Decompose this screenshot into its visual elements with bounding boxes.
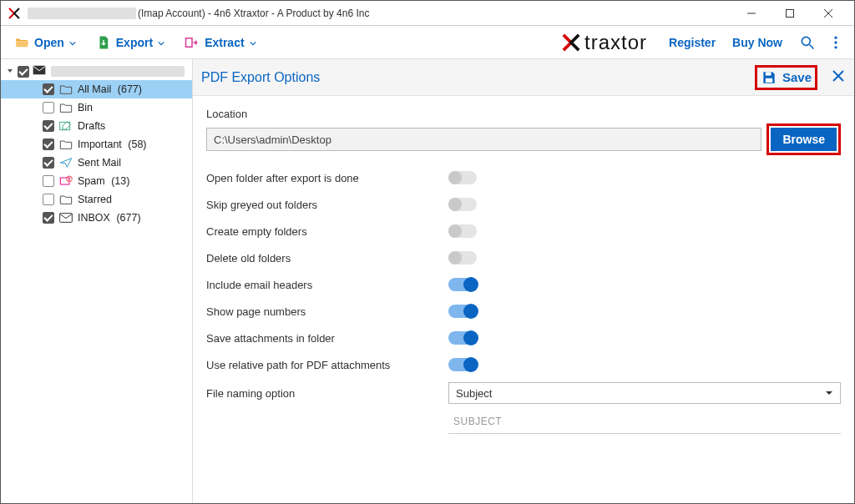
folder-checkbox[interactable]	[43, 175, 54, 187]
file-naming-preview: SUBJECT	[448, 412, 841, 434]
folder-checkbox[interactable]	[43, 102, 54, 113]
folder-checkbox[interactable]	[43, 194, 54, 205]
draft-icon	[59, 119, 73, 133]
open-label: Open	[34, 36, 64, 49]
option-toggle[interactable]	[448, 331, 477, 345]
location-input[interactable]	[206, 128, 761, 151]
brand-x-icon	[561, 33, 581, 52]
root-checkbox[interactable]	[18, 66, 29, 78]
inbox-icon	[59, 211, 73, 224]
save-label: Save	[782, 70, 812, 84]
save-highlight-box: Save	[755, 65, 817, 90]
app-logo-icon	[8, 7, 21, 20]
buy-now-link[interactable]: Buy Now	[732, 36, 782, 49]
folder-row[interactable]: Spam (13)	[1, 172, 192, 190]
svg-line-6	[810, 44, 814, 48]
save-button[interactable]: Save	[761, 69, 812, 86]
window-maximize-button[interactable]	[771, 1, 809, 26]
option-toggle[interactable]	[448, 251, 477, 265]
option-row: Show page numbers	[206, 299, 841, 324]
option-label: Include email headers	[206, 279, 448, 291]
folder-label: Sent Mail	[78, 157, 121, 169]
folder-label: All Mail	[78, 83, 111, 95]
brand-logo: traxtor	[561, 31, 647, 54]
file-naming-select[interactable]: Subject	[448, 382, 841, 404]
option-row: Use relative path for PDF attachments	[206, 352, 841, 377]
svg-point-5	[802, 37, 810, 45]
folder-row[interactable]: Drafts	[1, 117, 192, 135]
option-row: Include email headers	[206, 272, 841, 297]
folder-label: Bin	[78, 102, 93, 113]
option-toggle[interactable]	[448, 198, 477, 211]
option-toggle[interactable]	[448, 224, 477, 238]
option-row: Create empty folders	[206, 219, 841, 244]
browse-button[interactable]: Browse	[771, 128, 837, 151]
window-minimize-button[interactable]	[732, 1, 771, 26]
folder-row[interactable]: Bin	[1, 98, 192, 117]
browse-highlight-box: Browse	[766, 123, 841, 155]
folder-checkbox[interactable]	[43, 120, 54, 132]
panel-title: PDF Export Options	[201, 70, 320, 85]
folder-row[interactable]: All Mail (677)	[1, 80, 192, 98]
svg-rect-15	[60, 214, 73, 223]
folder-checkbox[interactable]	[43, 139, 54, 150]
search-icon	[799, 34, 816, 51]
panel-header: PDF Export Options Save	[193, 59, 854, 96]
caret-down-icon	[158, 36, 164, 49]
option-toggle[interactable]	[448, 171, 477, 184]
export-menu-button[interactable]: Export	[89, 32, 171, 53]
folder-count: (677)	[114, 83, 142, 95]
more-options-button[interactable]	[824, 31, 847, 54]
folder-label: Important	[78, 139, 122, 150]
folder-row[interactable]: Sent Mail	[1, 154, 192, 172]
register-link[interactable]: Register	[669, 36, 716, 49]
extract-menu-button[interactable]: Extract	[178, 32, 262, 53]
file-naming-value: Subject	[456, 387, 492, 400]
folder-count: (58)	[125, 139, 147, 150]
spam-icon	[59, 174, 73, 188]
location-label: Location	[206, 108, 841, 120]
open-menu-button[interactable]: Open	[8, 32, 83, 53]
kebab-icon	[827, 34, 844, 51]
panel-close-button[interactable]	[831, 68, 846, 86]
sent-icon	[59, 156, 73, 169]
option-label: Open folder after export is done	[206, 172, 448, 184]
option-toggle[interactable]	[448, 305, 477, 318]
folder-row[interactable]: INBOX (677)	[1, 209, 192, 227]
option-row: Save attachments in folder	[206, 325, 841, 350]
svg-rect-10	[33, 66, 46, 75]
envelope-icon	[33, 64, 46, 78]
svg-rect-17	[766, 78, 772, 82]
option-toggle[interactable]	[448, 358, 477, 371]
folder-checkbox[interactable]	[43, 212, 54, 224]
search-button[interactable]	[796, 31, 819, 54]
collapse-icon[interactable]	[6, 65, 14, 78]
svg-rect-16	[766, 72, 772, 75]
option-label: Delete old folders	[206, 252, 448, 265]
option-label: Skip greyed out folders	[206, 199, 448, 211]
folder-open-icon	[14, 35, 29, 50]
folder-count: (677)	[114, 212, 141, 224]
account-name-redacted	[51, 66, 185, 77]
extract-icon	[185, 35, 200, 50]
close-icon	[831, 68, 846, 83]
caret-down-icon	[250, 36, 256, 49]
caret-down-icon	[825, 387, 833, 400]
folder-checkbox[interactable]	[43, 157, 54, 169]
option-toggle[interactable]	[448, 278, 477, 291]
folder-row[interactable]: Important (58)	[1, 135, 192, 154]
svg-point-9	[834, 46, 837, 48]
folder-label: INBOX	[78, 212, 110, 224]
caret-down-icon	[69, 36, 76, 49]
folder-icon	[59, 193, 73, 206]
option-label: Create empty folders	[206, 225, 448, 238]
folder-row[interactable]: Starred	[1, 190, 192, 209]
window-close-button[interactable]	[809, 1, 847, 26]
window-title: (Imap Account) - 4n6 Xtraxtor - A Produc…	[28, 8, 369, 19]
export-label: Export	[116, 36, 153, 49]
title-suffix: (Imap Account) - 4n6 Xtraxtor - A Produc…	[138, 8, 369, 19]
tree-root-account[interactable]	[1, 63, 192, 80]
folder-checkbox[interactable]	[43, 83, 54, 95]
svg-point-7	[834, 36, 837, 38]
folder-label: Spam	[78, 175, 105, 187]
